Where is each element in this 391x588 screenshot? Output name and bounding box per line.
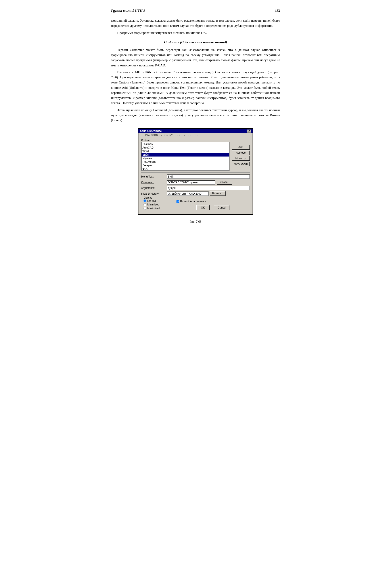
body-text-2: Термин Customize может быть переведен ка… [111, 47, 280, 123]
custom-label: Custom [141, 139, 250, 142]
fig-caption: Рис. 7.66 [111, 220, 280, 224]
dialog-toolbar: · · · Î¼æ±ÇÐÑ · y sencr? f · · n ·· ÿ · … [138, 133, 253, 137]
section-heading: Customize (Собственная панель команд) [111, 40, 280, 44]
dialog-titlebar: Utils Customize ✕ [138, 129, 253, 133]
arguments-row: Arguments: [141, 186, 250, 190]
move-down-button[interactable]: Move Down [232, 162, 250, 166]
list-item[interactable]: ФСС [142, 167, 229, 171]
paragraph-6: Затем щелкните по окну Command (Команда)… [111, 108, 280, 123]
dialog-bottom-row: Display Normal Minimized Maximized Pro [141, 198, 250, 212]
dialog-window: Utils Customize ✕ · · · Î¼æ±ÇÐÑ · y senc… [138, 128, 253, 215]
prompt-checkbox[interactable] [177, 200, 179, 203]
radio-minimized-label: Minimized [147, 203, 159, 206]
radio-minimized-input[interactable] [144, 203, 146, 206]
radio-maximized-label: Maximized [147, 207, 160, 210]
paragraph-5: Выполните: MH →Utils → Customize (Собств… [111, 70, 280, 106]
prompt-label: Prompt for arguments [180, 200, 206, 203]
remove-button[interactable]: Remove [232, 150, 250, 155]
list-item[interactable]: Музыка [142, 156, 229, 160]
listbox-wrap: РазСхем AutoCAD Word Библ Музыка Пос.Мес… [141, 142, 230, 171]
custom-listbox[interactable]: РазСхем AutoCAD Word Библ Музыка Пос.Мес… [141, 142, 230, 171]
initial-dir-row: Initial Directory: Browse... [141, 191, 250, 196]
right-bottom: Prompt for arguments OK Cancel [177, 198, 250, 210]
list-item[interactable]: РазСхем [142, 142, 229, 146]
prompt-checkbox-row: Prompt for arguments [177, 200, 250, 203]
command-input[interactable] [167, 180, 215, 185]
command-label: Command: [141, 181, 165, 184]
body-text: формацией сложно. Установка флажка может… [111, 18, 280, 35]
list-item[interactable]: Word [142, 149, 229, 153]
browse2-button[interactable]: Browse... [210, 191, 226, 196]
radio-normal-label: Normal [147, 199, 156, 202]
list-item[interactable]: Генерат [142, 164, 229, 167]
menu-text-input[interactable] [167, 174, 250, 179]
move-up-button[interactable]: Move Up [232, 156, 250, 161]
header-page-number: 453 [275, 9, 280, 13]
radio-normal-input[interactable] [144, 199, 146, 202]
radio-maximized-input[interactable] [144, 207, 146, 210]
separator [141, 172, 250, 173]
initial-dir-label: Initial Directory: [141, 192, 165, 195]
paragraph-1: формацией сложно. Установка флажка может… [111, 18, 280, 28]
initial-dir-input[interactable] [167, 191, 209, 196]
page-header: Группа команд UTILS 453 [111, 9, 280, 14]
cancel-button[interactable]: Cancel [214, 205, 230, 210]
radio-maximized: Maximized [144, 207, 172, 210]
dialog-body: Custom РазСхем AutoCAD Word Библ Музыка … [138, 137, 253, 214]
dialog-action-buttons: Add Remove Move Up Move Down [232, 142, 250, 171]
header-title: Группа команд UTILS [111, 9, 145, 13]
radio-normal: Normal [144, 199, 172, 202]
dialog-title: Utils Customize [140, 129, 162, 133]
paragraph-4: Термин Customize может быть переведен ка… [111, 47, 280, 68]
list-item[interactable]: AutoCAD [142, 146, 229, 149]
toolbar-text: · · · Î¼æ±ÇÐÑ · y sencr? f · · n ·· ÿ · … [140, 134, 198, 136]
list-item-selected[interactable]: Библ [142, 153, 229, 156]
ok-button[interactable]: OK [196, 205, 210, 210]
ok-cancel-buttons: OK Cancel [177, 205, 250, 210]
menu-text-row: Menu Text: [141, 174, 250, 179]
list-item[interactable]: Пос.Места [142, 160, 229, 164]
menu-text-label: Menu Text: [141, 175, 165, 178]
browse1-button[interactable]: Browse... [217, 180, 232, 185]
dialog-close-button[interactable]: ✕ [247, 130, 251, 133]
paragraph-2: Программа формирования запускается щелчк… [111, 30, 280, 35]
arguments-input[interactable] [167, 186, 250, 190]
radio-minimized: Minimized [144, 203, 172, 206]
command-row: Command: Browse... [141, 180, 250, 185]
arguments-label: Arguments: [141, 186, 165, 189]
add-button[interactable]: Add [232, 145, 250, 150]
display-group-label: Display [143, 196, 153, 199]
dialog-columns: РазСхем AutoCAD Word Библ Музыка Пос.Мес… [141, 142, 250, 171]
display-group: Display Normal Minimized Maximized [141, 198, 174, 212]
